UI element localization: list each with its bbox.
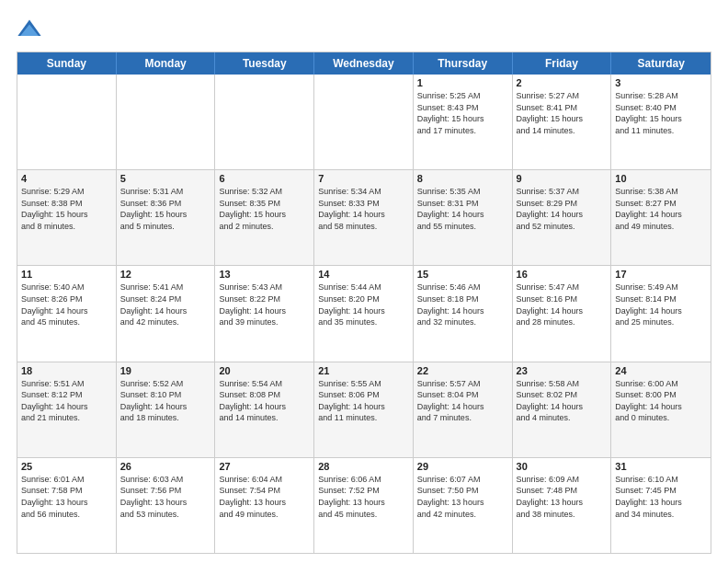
day-number: 21 <box>318 365 409 376</box>
cal-cell-4-4: 29Sunrise: 6:07 AM Sunset: 7:50 PM Dayli… <box>414 458 513 553</box>
cal-cell-0-2 <box>215 75 314 169</box>
day-info: Sunrise: 5:32 AM Sunset: 8:35 PM Dayligh… <box>219 186 310 232</box>
cal-cell-1-4: 8Sunrise: 5:35 AM Sunset: 8:31 PM Daylig… <box>414 170 513 265</box>
cal-cell-1-1: 5Sunrise: 5:31 AM Sunset: 8:36 PM Daylig… <box>117 170 216 265</box>
day-info: Sunrise: 6:07 AM Sunset: 7:50 PM Dayligh… <box>417 474 508 520</box>
day-number: 22 <box>417 365 508 376</box>
cal-cell-0-0 <box>17 75 117 169</box>
day-number: 3 <box>615 77 707 88</box>
cal-cell-2-0: 11Sunrise: 5:40 AM Sunset: 8:26 PM Dayli… <box>17 266 117 361</box>
cal-cell-3-2: 20Sunrise: 5:54 AM Sunset: 8:08 PM Dayli… <box>215 362 314 457</box>
calendar-header: SundayMondayTuesdayWednesdayThursdayFrid… <box>17 52 711 75</box>
day-info: Sunrise: 5:31 AM Sunset: 8:36 PM Dayligh… <box>120 186 211 232</box>
day-info: Sunrise: 5:38 AM Sunset: 8:27 PM Dayligh… <box>615 186 707 232</box>
header-day-monday: Monday <box>117 52 216 75</box>
day-number: 8 <box>417 173 508 184</box>
day-info: Sunrise: 5:57 AM Sunset: 8:04 PM Dayligh… <box>417 378 508 424</box>
day-number: 17 <box>615 269 707 280</box>
cal-cell-3-1: 19Sunrise: 5:52 AM Sunset: 8:10 PM Dayli… <box>117 362 216 457</box>
day-number: 29 <box>417 461 508 472</box>
day-number: 5 <box>120 173 211 184</box>
day-number: 16 <box>517 269 608 280</box>
cal-cell-2-5: 16Sunrise: 5:47 AM Sunset: 8:16 PM Dayli… <box>513 266 612 361</box>
day-number: 31 <box>615 461 707 472</box>
cal-cell-3-3: 21Sunrise: 5:55 AM Sunset: 8:06 PM Dayli… <box>314 362 414 457</box>
day-number: 15 <box>417 269 508 280</box>
cal-cell-2-2: 13Sunrise: 5:43 AM Sunset: 8:22 PM Dayli… <box>215 266 314 361</box>
day-info: Sunrise: 5:29 AM Sunset: 8:38 PM Dayligh… <box>21 186 112 232</box>
day-number: 9 <box>517 173 608 184</box>
cal-cell-1-2: 6Sunrise: 5:32 AM Sunset: 8:35 PM Daylig… <box>215 170 314 265</box>
cal-cell-1-3: 7Sunrise: 5:34 AM Sunset: 8:33 PM Daylig… <box>314 170 414 265</box>
day-info: Sunrise: 5:55 AM Sunset: 8:06 PM Dayligh… <box>318 378 409 424</box>
cal-cell-2-4: 15Sunrise: 5:46 AM Sunset: 8:18 PM Dayli… <box>414 266 513 361</box>
calendar-body: 1Sunrise: 5:25 AM Sunset: 8:43 PM Daylig… <box>17 75 711 553</box>
header <box>17 17 711 42</box>
day-number: 18 <box>21 365 112 376</box>
day-number: 30 <box>517 461 608 472</box>
day-info: Sunrise: 6:09 AM Sunset: 7:48 PM Dayligh… <box>517 474 608 520</box>
day-number: 27 <box>219 461 310 472</box>
day-number: 25 <box>21 461 112 472</box>
day-number: 23 <box>517 365 608 376</box>
calendar: SundayMondayTuesdayWednesdayThursdayFrid… <box>17 52 711 554</box>
cal-cell-4-3: 28Sunrise: 6:06 AM Sunset: 7:52 PM Dayli… <box>314 458 414 553</box>
header-day-saturday: Saturday <box>611 52 711 75</box>
day-number: 26 <box>120 461 211 472</box>
cal-cell-1-0: 4Sunrise: 5:29 AM Sunset: 8:38 PM Daylig… <box>17 170 117 265</box>
day-info: Sunrise: 5:41 AM Sunset: 8:24 PM Dayligh… <box>120 282 211 327</box>
cal-cell-2-6: 17Sunrise: 5:49 AM Sunset: 8:14 PM Dayli… <box>611 266 711 361</box>
day-info: Sunrise: 6:06 AM Sunset: 7:52 PM Dayligh… <box>318 474 409 520</box>
cal-cell-4-0: 25Sunrise: 6:01 AM Sunset: 7:58 PM Dayli… <box>17 458 117 553</box>
day-info: Sunrise: 6:00 AM Sunset: 8:00 PM Dayligh… <box>615 378 707 424</box>
day-number: 1 <box>417 77 508 88</box>
calendar-row-3: 18Sunrise: 5:51 AM Sunset: 8:12 PM Dayli… <box>17 362 711 457</box>
day-info: Sunrise: 6:01 AM Sunset: 7:58 PM Dayligh… <box>21 474 112 520</box>
cal-cell-3-5: 23Sunrise: 5:58 AM Sunset: 8:02 PM Dayli… <box>513 362 612 457</box>
cal-cell-2-3: 14Sunrise: 5:44 AM Sunset: 8:20 PM Dayli… <box>314 266 414 361</box>
day-number: 19 <box>120 365 211 376</box>
cal-cell-3-0: 18Sunrise: 5:51 AM Sunset: 8:12 PM Dayli… <box>17 362 117 457</box>
cal-cell-3-4: 22Sunrise: 5:57 AM Sunset: 8:04 PM Dayli… <box>414 362 513 457</box>
day-info: Sunrise: 5:35 AM Sunset: 8:31 PM Dayligh… <box>417 186 508 232</box>
day-number: 14 <box>318 269 409 280</box>
logo <box>17 17 46 42</box>
day-info: Sunrise: 6:10 AM Sunset: 7:45 PM Dayligh… <box>615 474 707 520</box>
day-number: 2 <box>517 77 608 88</box>
cal-cell-0-3 <box>314 75 414 169</box>
header-day-sunday: Sunday <box>17 52 117 75</box>
cal-cell-4-2: 27Sunrise: 6:04 AM Sunset: 7:54 PM Dayli… <box>215 458 314 553</box>
day-info: Sunrise: 5:28 AM Sunset: 8:40 PM Dayligh… <box>615 90 707 136</box>
cal-cell-1-6: 10Sunrise: 5:38 AM Sunset: 8:27 PM Dayli… <box>611 170 711 265</box>
header-day-friday: Friday <box>513 52 612 75</box>
day-number: 7 <box>318 173 409 184</box>
day-number: 4 <box>21 173 112 184</box>
cal-cell-4-5: 30Sunrise: 6:09 AM Sunset: 7:48 PM Dayli… <box>513 458 612 553</box>
header-day-wednesday: Wednesday <box>314 52 414 75</box>
cal-cell-2-1: 12Sunrise: 5:41 AM Sunset: 8:24 PM Dayli… <box>117 266 216 361</box>
day-number: 6 <box>219 173 310 184</box>
cal-cell-1-5: 9Sunrise: 5:37 AM Sunset: 8:29 PM Daylig… <box>513 170 612 265</box>
day-number: 10 <box>615 173 707 184</box>
calendar-row-4: 25Sunrise: 6:01 AM Sunset: 7:58 PM Dayli… <box>17 457 711 553</box>
day-info: Sunrise: 5:44 AM Sunset: 8:20 PM Dayligh… <box>318 282 409 327</box>
day-info: Sunrise: 6:03 AM Sunset: 7:56 PM Dayligh… <box>120 474 211 520</box>
day-number: 13 <box>219 269 310 280</box>
header-day-thursday: Thursday <box>414 52 513 75</box>
day-info: Sunrise: 5:34 AM Sunset: 8:33 PM Dayligh… <box>318 186 409 232</box>
day-info: Sunrise: 5:40 AM Sunset: 8:26 PM Dayligh… <box>21 282 112 327</box>
day-info: Sunrise: 5:43 AM Sunset: 8:22 PM Dayligh… <box>219 282 310 327</box>
day-info: Sunrise: 5:46 AM Sunset: 8:18 PM Dayligh… <box>417 282 508 327</box>
day-number: 24 <box>615 365 707 376</box>
cal-cell-4-1: 26Sunrise: 6:03 AM Sunset: 7:56 PM Dayli… <box>117 458 216 553</box>
cal-cell-0-6: 3Sunrise: 5:28 AM Sunset: 8:40 PM Daylig… <box>611 75 711 169</box>
day-info: Sunrise: 5:49 AM Sunset: 8:14 PM Dayligh… <box>615 282 707 327</box>
day-info: Sunrise: 5:51 AM Sunset: 8:12 PM Dayligh… <box>21 378 112 424</box>
day-info: Sunrise: 5:37 AM Sunset: 8:29 PM Dayligh… <box>517 186 608 232</box>
calendar-row-2: 11Sunrise: 5:40 AM Sunset: 8:26 PM Dayli… <box>17 265 711 361</box>
day-info: Sunrise: 5:47 AM Sunset: 8:16 PM Dayligh… <box>517 282 608 327</box>
day-number: 12 <box>120 269 211 280</box>
day-info: Sunrise: 5:58 AM Sunset: 8:02 PM Dayligh… <box>517 378 608 424</box>
day-info: Sunrise: 5:25 AM Sunset: 8:43 PM Dayligh… <box>417 90 508 136</box>
cal-cell-0-1 <box>117 75 216 169</box>
